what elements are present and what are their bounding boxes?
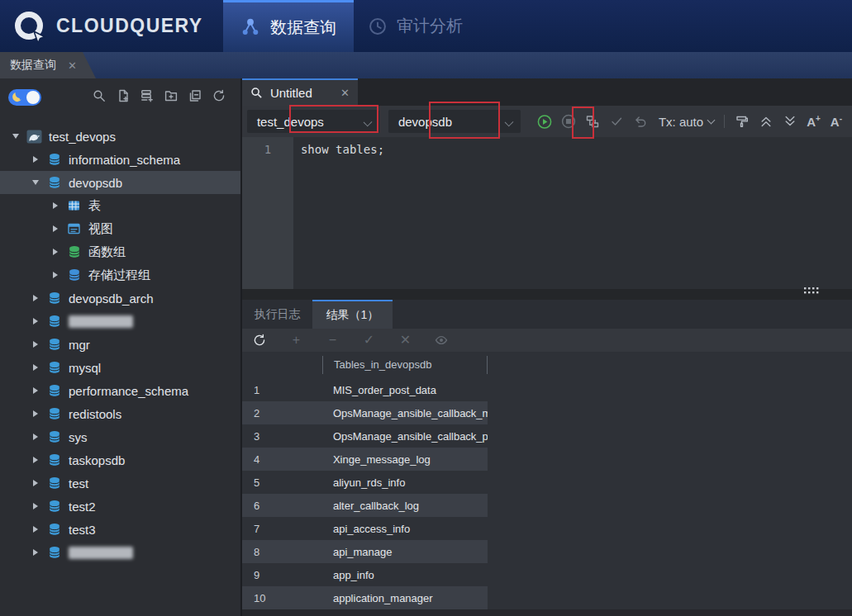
chevron-right-icon[interactable] (30, 457, 41, 463)
commit-button[interactable]: ✓ (362, 334, 376, 347)
tree-item-函数组[interactable]: 函数组 (0, 240, 240, 263)
chevron-right-icon[interactable] (30, 549, 41, 556)
table-cell[interactable]: api_access_info (322, 523, 488, 535)
table-cell[interactable]: aliyun_rds_info (322, 476, 488, 489)
table-row[interactable]: 8api_manage (242, 540, 488, 563)
tree-item-sys[interactable]: sys (0, 425, 240, 448)
chevron-right-icon[interactable] (30, 387, 41, 394)
editor-code[interactable]: show tables; (293, 137, 852, 289)
chevron-right-icon[interactable] (30, 295, 41, 301)
table-row[interactable]: 2OpsManage_ansible_callback_mo (242, 401, 488, 424)
results-grid: Tables_in_devopsdb 1MIS_order_post_data2… (242, 352, 852, 616)
tree-item-表[interactable]: 表 (0, 194, 240, 217)
theme-toggle[interactable] (8, 89, 41, 106)
tree-item-redistools[interactable]: redistools (0, 402, 240, 425)
copy-icon[interactable] (188, 89, 205, 106)
table-cell[interactable]: OpsManage_ansible_callback_mo (322, 407, 488, 419)
chevron-right-icon[interactable] (30, 434, 41, 440)
tree-item-label: 函数组 (88, 244, 126, 260)
tree-item-taskopsdb[interactable]: taskopsdb (0, 448, 240, 471)
table-cell[interactable]: MIS_order_post_data (322, 384, 488, 396)
table-row[interactable]: 6alter_callback_log (242, 494, 488, 517)
chevron-right-icon[interactable] (30, 156, 41, 163)
table-row[interactable]: 1MIS_order_post_data (242, 378, 488, 401)
chevron-right-icon[interactable] (30, 503, 41, 509)
tree-item-performance_schema[interactable]: performance_schema (0, 379, 240, 402)
sql-editor[interactable]: 1 show tables; (242, 137, 852, 289)
doc-tab-data-query[interactable]: 数据查询 ✕ (0, 52, 96, 78)
db-blue-icon (46, 407, 62, 420)
add-row-button[interactable]: + (289, 334, 303, 347)
format-icon[interactable] (735, 114, 750, 129)
chevron-down-icon[interactable] (10, 134, 21, 139)
revert-button[interactable]: ✕ (398, 334, 412, 347)
table-cell[interactable]: OpsManage_ansible_callback_pla (322, 430, 488, 443)
tree-item-devopsdb_arch[interactable]: devopsdb_arch (0, 287, 240, 310)
resize-handle-icon[interactable] (804, 284, 821, 297)
table-cell[interactable]: app_info (322, 569, 488, 581)
chevron-down-icon[interactable] (30, 180, 41, 185)
tab-execution-log[interactable]: 执行日志 (242, 300, 312, 329)
delete-row-button[interactable]: − (326, 334, 340, 347)
refresh-icon[interactable] (253, 334, 267, 347)
font-decrease-button[interactable]: A- (831, 114, 842, 129)
table-row[interactable]: 4Xinge_message_log (242, 448, 488, 471)
tree-item-视图[interactable]: 视图 (0, 217, 240, 240)
syntax-check-icon[interactable] (609, 114, 624, 129)
exec-plan-icon[interactable] (585, 114, 600, 129)
close-icon[interactable]: ✕ (68, 59, 77, 72)
new-datasource-icon[interactable] (140, 89, 157, 106)
table-cell[interactable]: application_manager (322, 592, 488, 604)
nav-tab-data-query[interactable]: 数据查询 (223, 0, 354, 52)
table-cell[interactable]: alter_callback_log (322, 500, 488, 512)
chevron-right-icon[interactable] (30, 480, 41, 486)
chevron-right-icon[interactable] (50, 225, 61, 232)
tree-item-mgr[interactable]: mgr (0, 333, 240, 356)
tree-item-mysql[interactable]: mysql (0, 356, 240, 379)
chevron-right-icon[interactable] (30, 526, 41, 533)
chevron-right-icon[interactable] (50, 272, 61, 278)
database-select[interactable]: devopsdb (388, 110, 521, 133)
search-icon[interactable] (93, 89, 109, 106)
nav-tab-audit-analysis[interactable]: 审计分析 (354, 0, 478, 52)
table-row[interactable]: 10application_manager (242, 586, 488, 609)
tree-item-test_devops[interactable]: test_devops (0, 125, 240, 148)
new-query-icon[interactable] (117, 89, 133, 106)
tree-item-test3[interactable]: test3 (0, 518, 240, 541)
close-icon[interactable]: ✕ (340, 87, 350, 99)
expand-all-icon[interactable] (783, 114, 797, 129)
stop-icon[interactable] (561, 114, 576, 129)
table-row[interactable]: 3OpsManage_ansible_callback_pla (242, 424, 488, 448)
tree-item-redacted[interactable] (0, 310, 240, 333)
table-row[interactable]: 5aliyun_rds_info (242, 471, 488, 494)
table-cell[interactable]: api_manage (322, 546, 488, 558)
table-cell[interactable]: Xinge_message_log (322, 453, 488, 466)
font-increase-button[interactable]: A+ (807, 114, 821, 129)
chevron-right-icon[interactable] (50, 249, 61, 255)
tree-item-存储过程组[interactable]: 存储过程组 (0, 263, 240, 287)
tree-item-devopsdb[interactable]: devopsdb (0, 171, 240, 194)
tab-result[interactable]: 结果（1） (312, 300, 393, 329)
preview-icon[interactable] (435, 334, 449, 347)
tree-item-test[interactable]: test (0, 471, 240, 495)
chevron-right-icon[interactable] (30, 410, 41, 417)
chevron-right-icon[interactable] (30, 364, 41, 371)
undo-icon[interactable] (633, 114, 648, 129)
chevron-right-icon[interactable] (50, 202, 61, 209)
tree-item-information_schema[interactable]: information_schema (0, 148, 240, 171)
datasource-select[interactable]: test_devops (247, 110, 379, 133)
tx-mode-select[interactable]: Tx: auto (659, 115, 714, 129)
tree-item-redacted[interactable] (0, 541, 240, 564)
run-button[interactable] (537, 114, 552, 129)
new-folder-icon[interactable] (164, 89, 181, 106)
row-number: 3 (242, 430, 322, 443)
refresh-icon[interactable] (212, 89, 229, 106)
table-row[interactable]: 9app_info (242, 563, 488, 586)
collapse-all-icon[interactable] (759, 114, 773, 129)
column-header[interactable]: Tables_in_devopsdb (322, 356, 488, 374)
chevron-right-icon[interactable] (30, 341, 41, 348)
tree-item-test2[interactable]: test2 (0, 495, 240, 518)
chevron-right-icon[interactable] (30, 318, 41, 325)
table-row[interactable]: 7api_access_info (242, 517, 488, 540)
editor-tab-untitled[interactable]: Untitled ✕ (242, 78, 358, 106)
